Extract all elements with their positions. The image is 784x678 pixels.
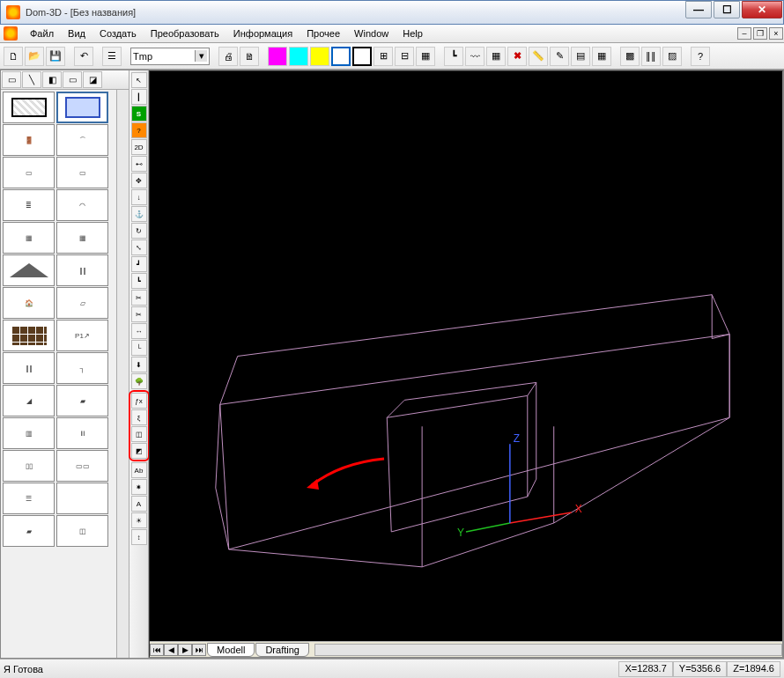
render-bw-button[interactable] [352, 47, 372, 66]
column-tool[interactable]: ‖‖ [3, 352, 55, 384]
handle-icon[interactable]: ⊷ [131, 156, 147, 172]
box3d-tool[interactable]: ◫ [56, 515, 108, 547]
glazing-tool[interactable]: ▭▭ [56, 450, 108, 482]
zoom-minus-button[interactable]: ⊟ [395, 47, 414, 66]
menu-file[interactable]: Файл [23, 26, 61, 41]
info-icon[interactable]: ? [131, 122, 147, 138]
cube-icon[interactable]: ◧ [42, 71, 62, 88]
house-tool[interactable]: 🏠 [3, 287, 55, 319]
cut-icon[interactable]: ✂ [131, 290, 147, 306]
corner-tool[interactable]: ┐ [56, 352, 108, 384]
mdi-minimize-button[interactable]: – [737, 27, 751, 40]
slab-tool[interactable]: ▱ [56, 287, 108, 319]
tile-tool[interactable] [3, 320, 55, 351]
barrier-tool[interactable]: ⫼ [56, 417, 108, 449]
join-icon[interactable]: ┛ [131, 256, 147, 272]
print-button[interactable]: 🖨 [218, 47, 238, 66]
glass-tool[interactable]: ▭ [56, 157, 108, 188]
hatch-button[interactable]: ▨ [662, 47, 682, 66]
undo-button[interactable]: ↶ [74, 47, 93, 66]
cut2-icon[interactable]: ✂ [131, 306, 147, 322]
window-tool[interactable]: ▭ [3, 157, 55, 188]
fence-tool[interactable]: ▥ [3, 417, 55, 449]
cube-wire-icon[interactable]: ◫ [131, 426, 147, 442]
palette-scroll[interactable] [116, 90, 129, 658]
arch-tool[interactable]: ⌒ [56, 124, 108, 156]
wall-tool[interactable] [3, 92, 55, 123]
print-preview-button[interactable]: 🗎 [240, 47, 259, 66]
save-button[interactable]: 💾 [46, 47, 65, 66]
render-wire-button[interactable] [331, 47, 351, 66]
calc-button[interactable]: ▦ [592, 47, 611, 66]
line-icon[interactable]: ╲ [22, 71, 41, 88]
panel-tool[interactable]: ▦ [56, 222, 108, 254]
formula-x-icon[interactable]: ƒx [131, 393, 147, 409]
down-icon[interactable]: ↓ [131, 189, 147, 205]
render-yellow-button[interactable] [310, 47, 329, 66]
shape-icon[interactable]: ◪ [83, 71, 102, 88]
text-ab-icon[interactable]: Ab [131, 462, 147, 478]
down2-icon[interactable]: ⬇ [131, 357, 147, 372]
2d-icon[interactable]: 2D [131, 139, 147, 155]
scale-icon[interactable]: ⤡ [131, 240, 147, 255]
ruler2-icon[interactable]: ↕ [131, 529, 147, 545]
ruler-button[interactable]: 📏 [529, 47, 548, 66]
maximize-button[interactable]: ☐ [714, 1, 740, 18]
stairs-tool[interactable]: ≣ [3, 189, 55, 221]
box-icon[interactable]: ▭ [2, 71, 21, 88]
help-button[interactable]: ? [691, 47, 710, 66]
corner-icon[interactable]: ┗ [131, 273, 147, 289]
formula-e-icon[interactable]: ξ [131, 409, 147, 425]
render-cyan-button[interactable] [289, 47, 308, 66]
floor-tool[interactable]: ▰ [3, 515, 55, 547]
open-button[interactable]: 📂 [25, 47, 44, 66]
tab-first-button[interactable]: ⏮ [150, 644, 164, 656]
mdi-app-icon[interactable] [4, 26, 18, 41]
cube-solid-icon[interactable]: ◩ [131, 443, 147, 459]
close-button[interactable]: ✕ [742, 1, 782, 18]
path-tool[interactable]: P1↗ [56, 320, 108, 351]
axis-button[interactable]: ┗ [444, 47, 463, 66]
dollar-icon[interactable]: S [131, 106, 147, 122]
mdi-close-button[interactable]: × [769, 27, 783, 40]
grid-list-button[interactable]: ☰ [102, 47, 122, 66]
roof-tool[interactable] [3, 254, 55, 286]
sun-icon[interactable]: ☀ [131, 512, 147, 528]
zoom-plus-button[interactable]: ⊞ [374, 47, 393, 66]
doc-icon[interactable]: ▭ [63, 71, 82, 88]
empty-tool-1[interactable] [56, 483, 108, 514]
railing-tool[interactable]: ‖‖ [56, 254, 108, 286]
curve-button[interactable]: 〰 [465, 47, 484, 66]
tab-drafting[interactable]: Drafting [255, 643, 309, 657]
tab-next-button[interactable]: ▶ [178, 644, 192, 656]
dimension-icon[interactable]: ↔ [131, 323, 147, 339]
menu-other[interactable]: Прочее [300, 26, 347, 41]
menu-view[interactable]: Вид [61, 26, 92, 41]
rotate-icon[interactable]: ↻ [131, 223, 147, 239]
tab-last-button[interactable]: ⏭ [192, 644, 206, 656]
properties-button[interactable]: ▤ [571, 47, 590, 66]
cabinet-tool[interactable]: ▯▯ [3, 450, 55, 482]
zoom-fit-button[interactable]: ▦ [416, 47, 435, 66]
tool-a-icon[interactable]: ┃ [131, 89, 147, 105]
select-arrow-icon[interactable]: ↖ [131, 72, 147, 88]
window-frame-tool[interactable]: ▦ [3, 222, 55, 254]
tab-prev-button[interactable]: ◀ [164, 644, 178, 656]
plate-tool[interactable]: ▰ [56, 385, 108, 416]
3d-canvas[interactable]: X Y Z [150, 71, 782, 641]
mdi-restore-button[interactable]: ❐ [753, 27, 767, 40]
menu-window[interactable]: Window [347, 26, 396, 41]
barcode-button[interactable]: ‖‖ [641, 47, 661, 66]
horizontal-scroll[interactable] [314, 644, 782, 656]
pencil-button[interactable]: ✎ [550, 47, 569, 66]
tree-icon[interactable]: 🌳 [131, 373, 147, 389]
layer-combo[interactable]: Tmp ▾ [130, 48, 210, 65]
render-magenta-button[interactable] [268, 47, 287, 66]
drawer-tool[interactable]: ☰ [3, 483, 55, 514]
menu-create[interactable]: Создать [92, 26, 144, 41]
anchor-icon[interactable]: ⚓ [131, 206, 147, 222]
minimize-button[interactable]: — [685, 1, 712, 18]
grid-button[interactable]: ▦ [486, 47, 506, 66]
move-icon[interactable]: ✥ [131, 173, 147, 188]
balcony-tool[interactable]: ◠ [56, 189, 108, 221]
